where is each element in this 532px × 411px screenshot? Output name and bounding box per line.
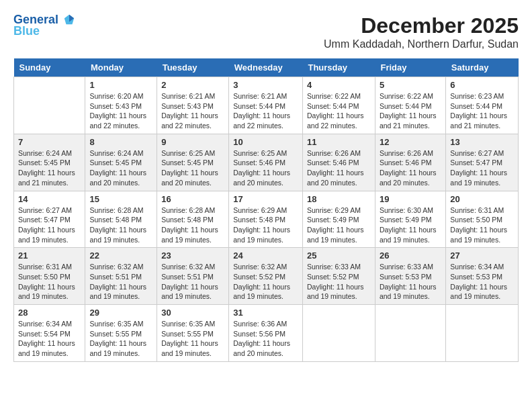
- day-info: Sunrise: 6:25 AM Sunset: 5:45 PM Dayligh…: [161, 148, 224, 188]
- calendar-cell: 22Sunrise: 6:32 AM Sunset: 5:51 PM Dayli…: [85, 248, 157, 305]
- calendar-cell: 12Sunrise: 6:26 AM Sunset: 5:46 PM Dayli…: [375, 134, 445, 191]
- day-info: Sunrise: 6:21 AM Sunset: 5:44 PM Dayligh…: [233, 91, 298, 131]
- day-number: 3: [233, 80, 298, 90]
- day-number: 9: [161, 137, 224, 147]
- day-number: 31: [233, 308, 298, 318]
- day-number: 20: [450, 194, 514, 204]
- day-number: 8: [89, 137, 152, 147]
- day-info: Sunrise: 6:33 AM Sunset: 5:53 PM Dayligh…: [380, 262, 441, 302]
- day-number: 4: [307, 80, 371, 90]
- main-title: December 2025: [324, 13, 519, 38]
- calendar-week-row-0: 1Sunrise: 6:20 AM Sunset: 5:43 PM Daylig…: [14, 77, 519, 134]
- logo: General Blue: [13, 13, 75, 38]
- calendar-cell: [446, 305, 519, 362]
- calendar-week-row-2: 14Sunrise: 6:27 AM Sunset: 5:47 PM Dayli…: [14, 191, 519, 248]
- day-info: Sunrise: 6:20 AM Sunset: 5:43 PM Dayligh…: [89, 91, 152, 131]
- calendar-cell: 30Sunrise: 6:35 AM Sunset: 5:55 PM Dayli…: [157, 305, 229, 362]
- day-number: 12: [380, 137, 441, 147]
- day-number: 2: [161, 80, 224, 90]
- calendar-cell: 10Sunrise: 6:25 AM Sunset: 5:46 PM Dayli…: [229, 134, 303, 191]
- day-number: 5: [380, 80, 441, 90]
- day-info: Sunrise: 6:36 AM Sunset: 5:56 PM Dayligh…: [233, 319, 298, 359]
- calendar-cell: 14Sunrise: 6:27 AM Sunset: 5:47 PM Dayli…: [14, 191, 85, 248]
- day-info: Sunrise: 6:26 AM Sunset: 5:46 PM Dayligh…: [380, 148, 441, 188]
- calendar-cell: 27Sunrise: 6:34 AM Sunset: 5:53 PM Dayli…: [446, 248, 519, 305]
- day-number: 7: [18, 137, 81, 147]
- calendar-cell: 16Sunrise: 6:28 AM Sunset: 5:48 PM Dayli…: [157, 191, 229, 248]
- day-info: Sunrise: 6:31 AM Sunset: 5:50 PM Dayligh…: [450, 205, 514, 245]
- day-number: 30: [161, 308, 224, 318]
- day-number: 24: [233, 250, 298, 261]
- header-thursday: Thursday: [302, 58, 375, 77]
- day-number: 22: [89, 250, 152, 261]
- calendar-cell: 2Sunrise: 6:21 AM Sunset: 5:43 PM Daylig…: [157, 77, 229, 134]
- calendar-cell: 1Sunrise: 6:20 AM Sunset: 5:43 PM Daylig…: [85, 77, 157, 134]
- day-number: 29: [89, 308, 152, 318]
- header-sunday: Sunday: [14, 58, 85, 77]
- day-info: Sunrise: 6:29 AM Sunset: 5:49 PM Dayligh…: [307, 205, 371, 245]
- calendar-cell: 25Sunrise: 6:33 AM Sunset: 5:52 PM Dayli…: [302, 248, 375, 305]
- calendar-cell: [375, 305, 445, 362]
- day-info: Sunrise: 6:28 AM Sunset: 5:48 PM Dayligh…: [89, 205, 152, 245]
- calendar-cell: 17Sunrise: 6:29 AM Sunset: 5:48 PM Dayli…: [229, 191, 303, 248]
- calendar-week-row-1: 7Sunrise: 6:24 AM Sunset: 5:45 PM Daylig…: [14, 134, 519, 191]
- day-info: Sunrise: 6:27 AM Sunset: 5:47 PM Dayligh…: [18, 205, 81, 245]
- day-info: Sunrise: 6:35 AM Sunset: 5:55 PM Dayligh…: [161, 319, 224, 359]
- calendar-cell: 21Sunrise: 6:31 AM Sunset: 5:50 PM Dayli…: [14, 248, 85, 305]
- day-info: Sunrise: 6:24 AM Sunset: 5:45 PM Dayligh…: [18, 148, 81, 188]
- calendar-cell: 18Sunrise: 6:29 AM Sunset: 5:49 PM Dayli…: [302, 191, 375, 248]
- calendar-cell: [302, 305, 375, 362]
- calendar-cell: 5Sunrise: 6:22 AM Sunset: 5:44 PM Daylig…: [375, 77, 445, 134]
- calendar-cell: 19Sunrise: 6:30 AM Sunset: 5:49 PM Dayli…: [375, 191, 445, 248]
- calendar-cell: [14, 77, 85, 134]
- day-info: Sunrise: 6:32 AM Sunset: 5:51 PM Dayligh…: [89, 262, 152, 302]
- day-number: 13: [450, 137, 514, 147]
- day-number: 1: [89, 80, 152, 90]
- day-number: 6: [450, 80, 514, 90]
- day-info: Sunrise: 6:30 AM Sunset: 5:49 PM Dayligh…: [380, 205, 441, 245]
- header-wednesday: Wednesday: [229, 58, 303, 77]
- day-number: 14: [18, 194, 81, 204]
- day-info: Sunrise: 6:22 AM Sunset: 5:44 PM Dayligh…: [307, 91, 371, 131]
- day-number: 27: [450, 250, 514, 261]
- calendar-cell: 6Sunrise: 6:23 AM Sunset: 5:44 PM Daylig…: [446, 77, 519, 134]
- day-number: 26: [380, 250, 441, 261]
- top-area: General Blue December 2025 Umm Kaddadah,…: [13, 13, 519, 53]
- day-info: Sunrise: 6:24 AM Sunset: 5:45 PM Dayligh…: [89, 148, 152, 188]
- day-number: 25: [307, 250, 371, 261]
- subtitle: Umm Kaddadah, Northern Darfur, Sudan: [324, 38, 519, 50]
- day-number: 19: [380, 194, 441, 204]
- calendar-cell: 24Sunrise: 6:32 AM Sunset: 5:52 PM Dayli…: [229, 248, 303, 305]
- calendar-cell: 20Sunrise: 6:31 AM Sunset: 5:50 PM Dayli…: [446, 191, 519, 248]
- calendar-cell: 28Sunrise: 6:34 AM Sunset: 5:54 PM Dayli…: [14, 305, 85, 362]
- day-number: 23: [161, 250, 224, 261]
- header-friday: Friday: [375, 58, 445, 77]
- calendar-cell: 15Sunrise: 6:28 AM Sunset: 5:48 PM Dayli…: [85, 191, 157, 248]
- day-info: Sunrise: 6:34 AM Sunset: 5:53 PM Dayligh…: [450, 262, 514, 302]
- calendar-table: Sunday Monday Tuesday Wednesday Thursday…: [13, 58, 519, 362]
- day-info: Sunrise: 6:27 AM Sunset: 5:47 PM Dayligh…: [450, 148, 514, 188]
- calendar-cell: 26Sunrise: 6:33 AM Sunset: 5:53 PM Dayli…: [375, 248, 445, 305]
- title-section: December 2025 Umm Kaddadah, Northern Dar…: [324, 13, 519, 50]
- calendar-cell: 9Sunrise: 6:25 AM Sunset: 5:45 PM Daylig…: [157, 134, 229, 191]
- day-info: Sunrise: 6:32 AM Sunset: 5:51 PM Dayligh…: [161, 262, 224, 302]
- day-info: Sunrise: 6:33 AM Sunset: 5:52 PM Dayligh…: [307, 262, 371, 302]
- calendar-week-row-4: 28Sunrise: 6:34 AM Sunset: 5:54 PM Dayli…: [14, 305, 519, 362]
- calendar-cell: 13Sunrise: 6:27 AM Sunset: 5:47 PM Dayli…: [446, 134, 519, 191]
- day-info: Sunrise: 6:26 AM Sunset: 5:46 PM Dayligh…: [307, 148, 371, 188]
- calendar-cell: 29Sunrise: 6:35 AM Sunset: 5:55 PM Dayli…: [85, 305, 157, 362]
- header-saturday: Saturday: [446, 58, 519, 77]
- calendar-cell: 7Sunrise: 6:24 AM Sunset: 5:45 PM Daylig…: [14, 134, 85, 191]
- calendar-cell: 11Sunrise: 6:26 AM Sunset: 5:46 PM Dayli…: [302, 134, 375, 191]
- day-info: Sunrise: 6:23 AM Sunset: 5:44 PM Dayligh…: [450, 91, 514, 131]
- day-info: Sunrise: 6:29 AM Sunset: 5:48 PM Dayligh…: [233, 205, 298, 245]
- day-number: 10: [233, 137, 298, 147]
- day-number: 28: [18, 308, 81, 318]
- day-info: Sunrise: 6:35 AM Sunset: 5:55 PM Dayligh…: [89, 319, 152, 359]
- calendar-cell: 4Sunrise: 6:22 AM Sunset: 5:44 PM Daylig…: [302, 77, 375, 134]
- day-info: Sunrise: 6:31 AM Sunset: 5:50 PM Dayligh…: [18, 262, 81, 302]
- day-info: Sunrise: 6:25 AM Sunset: 5:46 PM Dayligh…: [233, 148, 298, 188]
- day-info: Sunrise: 6:28 AM Sunset: 5:48 PM Dayligh…: [161, 205, 224, 245]
- day-info: Sunrise: 6:32 AM Sunset: 5:52 PM Dayligh…: [233, 262, 298, 302]
- day-number: 18: [307, 194, 371, 204]
